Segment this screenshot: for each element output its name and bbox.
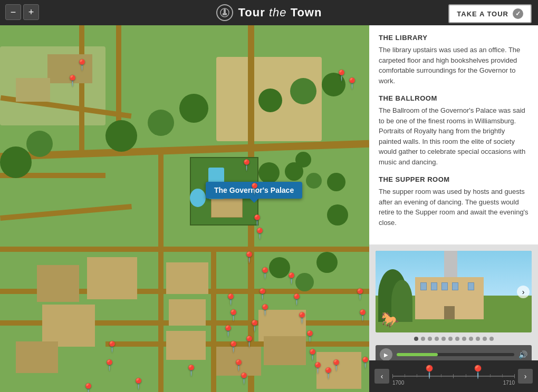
tick-8 xyxy=(490,374,491,377)
logo-area: Tour the Town xyxy=(216,4,322,21)
tree-cluster-6 xyxy=(0,146,32,178)
window-4 xyxy=(452,282,458,290)
map-pin-17[interactable]: 📍 xyxy=(303,331,316,341)
map-pin-34[interactable]: 📍 xyxy=(103,360,116,370)
map-pin-5[interactable]: 📍 xyxy=(248,183,261,194)
tick-9 xyxy=(502,374,503,377)
map-pin-4[interactable]: 📍 xyxy=(240,160,253,170)
building-block-5 xyxy=(16,341,58,373)
water-feature-2 xyxy=(190,189,206,207)
tree-cluster-15 xyxy=(295,273,314,291)
map-pin-35[interactable]: 📍 xyxy=(105,341,119,352)
timeline-pin-blue[interactable]: 📍 xyxy=(421,366,437,378)
palace-photo-body xyxy=(415,277,484,319)
info-content: THE LIBRARY The library upstairs was use… xyxy=(369,25,538,244)
horse-cart-photo: 🐎 xyxy=(381,312,399,327)
map-pin-7[interactable]: 📍 xyxy=(253,228,266,239)
tick-0 xyxy=(392,374,393,378)
map-pin-13[interactable]: 📍 xyxy=(243,336,256,347)
timeline-label-right: 1710 xyxy=(503,380,515,386)
map-area[interactable]: 📍📍📍📍📍📍📍📍📍📍📍📍📍📍📍📍📍📍📍📍📍📍📍📍📍📍📍📍📍📍📍📍📍📍📍📍 The… xyxy=(0,25,369,392)
map-pin-20[interactable]: 📍 xyxy=(224,294,237,305)
building-block-10 xyxy=(264,336,306,365)
map-pin-18[interactable]: 📍 xyxy=(306,349,319,360)
section-text-library: The library upstairs was used as an offi… xyxy=(379,45,529,86)
dot-0[interactable] xyxy=(414,337,418,341)
map-pin-27[interactable]: 📍 xyxy=(132,378,145,389)
take-tour-button[interactable]: TAKE A TOUR ✓ xyxy=(448,4,532,23)
road-v-left xyxy=(158,152,164,392)
carousel-dots xyxy=(376,337,532,341)
timeline-prev-button[interactable]: ‹ xyxy=(374,369,389,384)
svg-rect-1 xyxy=(224,9,226,13)
map-pin-6[interactable]: 📍 xyxy=(251,215,264,226)
map-pin-12[interactable]: 📍 xyxy=(248,320,261,331)
building-block-4 xyxy=(42,305,95,347)
photo-frame[interactable]: 🐎 › xyxy=(376,251,532,332)
tree-cluster-5 xyxy=(295,152,311,168)
tree-cluster-16 xyxy=(316,252,338,273)
building-block-3 xyxy=(37,265,79,302)
map-pin-21[interactable]: 📍 xyxy=(227,310,240,320)
header: − + Tour the Town TAKE A TOUR ✓ xyxy=(0,0,538,25)
dot-10[interactable] xyxy=(483,337,487,341)
dot-2[interactable] xyxy=(428,337,432,341)
building-block-2 xyxy=(87,257,137,299)
right-panel: THE LIBRARY The library upstairs was use… xyxy=(369,25,538,392)
map-pin-32[interactable]: 📍 xyxy=(356,310,369,320)
map-pin-11[interactable]: 📍 xyxy=(258,305,272,315)
timeline-next-button[interactable]: › xyxy=(518,369,533,384)
zoom-out-button[interactable]: − xyxy=(5,4,21,20)
dot-8[interactable] xyxy=(469,337,473,341)
map-pin-31[interactable]: 📍 xyxy=(359,357,369,368)
map-pin-33[interactable]: 📍 xyxy=(353,289,367,299)
window-1 xyxy=(420,282,427,290)
carousel-next-button[interactable]: › xyxy=(517,286,530,298)
app-title: Tour the Town xyxy=(238,6,322,19)
dot-4[interactable] xyxy=(441,337,446,341)
dot-3[interactable] xyxy=(435,337,439,341)
take-tour-label: TAKE A TOUR xyxy=(457,10,508,18)
tree-cluster-11 xyxy=(258,89,282,112)
dot-5[interactable] xyxy=(448,337,453,341)
tree-cluster-17 xyxy=(327,204,348,226)
dot-7[interactable] xyxy=(462,337,466,341)
map-pin-30[interactable]: 📍 xyxy=(330,360,343,370)
map-pin-22[interactable]: 📍 xyxy=(222,326,235,336)
dot-6[interactable] xyxy=(455,337,459,341)
map-pin-10[interactable]: 📍 xyxy=(256,289,269,299)
map-pin-28[interactable]: 📍 xyxy=(82,384,95,392)
map-pin-9[interactable]: 📍 xyxy=(258,268,272,278)
timeline-pin-green[interactable]: 📍 xyxy=(470,366,486,378)
map-pin-23[interactable]: 📍 xyxy=(227,341,240,352)
tree-cluster-1 xyxy=(258,162,280,183)
info-section-library: THE LIBRARY The library upstairs was use… xyxy=(379,34,529,86)
window-2 xyxy=(431,282,437,290)
progress-bar-bg[interactable] xyxy=(397,353,514,356)
road-v-left2 xyxy=(116,25,121,131)
map-pin-24[interactable]: 📍 xyxy=(232,360,245,370)
timeline-ticks xyxy=(392,374,515,378)
dot-1[interactable] xyxy=(421,337,425,341)
play-button[interactable]: ▶ xyxy=(380,348,392,361)
window-5 xyxy=(468,282,474,290)
dot-11[interactable] xyxy=(489,337,494,341)
progress-bar-fill xyxy=(397,353,438,356)
map-pin-8[interactable]: 📍 xyxy=(243,252,256,262)
door xyxy=(444,306,455,319)
zoom-in-button[interactable]: + xyxy=(23,4,39,20)
dot-9[interactable] xyxy=(476,337,480,341)
map-pin-14[interactable]: 📍 xyxy=(285,273,298,283)
map-pin-3[interactable]: 📍 xyxy=(345,78,359,89)
map-pin-0[interactable]: 📍 xyxy=(75,60,89,70)
map-pin-16[interactable]: 📍 xyxy=(295,312,309,323)
map-pin-1[interactable]: 📍 xyxy=(66,75,79,86)
info-section-supper: THE SUPPER ROOM The supper room was used… xyxy=(379,175,529,228)
photo-carousel: 🐎 › ▶ 🔊 xyxy=(369,244,538,370)
section-text-ballroom: The Ballroom of the Governor's Palace wa… xyxy=(379,105,529,167)
volume-icon[interactable]: 🔊 xyxy=(518,350,527,359)
building-block-13 xyxy=(16,78,50,102)
map-pin-15[interactable]: 📍 xyxy=(290,294,303,305)
map-pin-26[interactable]: 📍 xyxy=(185,365,198,376)
map-pin-25[interactable]: 📍 xyxy=(237,373,251,384)
